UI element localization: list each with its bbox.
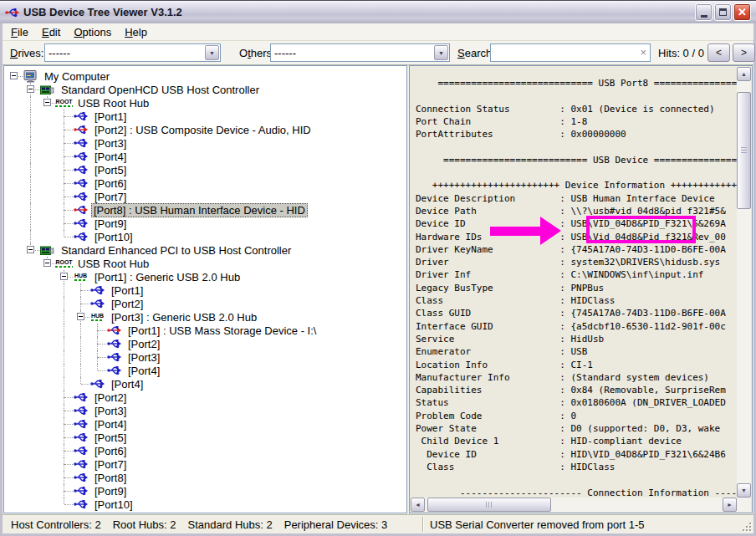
tree-row[interactable]: [Port2] — [6, 337, 406, 350]
next-hit-button[interactable]: > — [733, 43, 755, 62]
tree-row[interactable]: [Port1] — [6, 110, 406, 123]
menu-help[interactable]: Help — [118, 24, 154, 40]
tree-row[interactable]: [Port5] — [6, 431, 406, 444]
tree-row[interactable]: [Port10] — [6, 230, 406, 243]
tree-indent — [56, 337, 73, 350]
tree-row[interactable]: [Port4] — [6, 377, 406, 391]
tree-connector — [56, 150, 73, 163]
close-button[interactable]: ✕ — [733, 3, 751, 21]
scroll-down-icon[interactable]: ▼ — [737, 483, 751, 498]
menu-file[interactable]: File — [4, 24, 35, 40]
tree-row-label: [Port2] — [125, 337, 163, 351]
tree-row[interactable]: Standard OpenHCD USB Host Controller — [6, 83, 406, 96]
resize-grip[interactable] — [741, 521, 752, 532]
detail-line: Power State : D0 (supported: D0, D3, wak… — [416, 422, 737, 435]
status-counts: Host Controllers: 2Root Hubs: 2Standard … — [3, 518, 422, 531]
tree-row[interactable]: [Port2] — [6, 391, 406, 404]
detail-line: Service : HidUsb — [416, 333, 737, 345]
tree-row[interactable]: [Port10] — [6, 498, 406, 511]
port-icon — [73, 110, 89, 123]
tree-row[interactable]: [Port2] — [6, 297, 406, 310]
tree-row[interactable]: [Port3] — [6, 350, 406, 364]
tree-row[interactable]: [Port8] — [6, 471, 406, 484]
tree-row[interactable]: [Port7] — [6, 190, 406, 203]
tree-row-label: [Port4] — [91, 150, 130, 164]
port-icon — [106, 365, 122, 377]
scroll-right-icon[interactable]: ► — [723, 498, 737, 512]
tree-row-label: [Port5] — [91, 163, 130, 177]
tree-row[interactable]: [Port6] — [6, 444, 406, 457]
tree-indent — [6, 471, 23, 484]
expander-icon[interactable] — [60, 273, 68, 280]
tree-indent — [56, 324, 73, 337]
clear-icon[interactable]: × — [640, 46, 646, 59]
tree-indent — [23, 270, 39, 283]
detail-line: Legacy BusType : PNPBus — [416, 282, 737, 294]
search-box[interactable]: × — [490, 43, 651, 62]
vertical-scrollbar[interactable]: ▲ ▼ — [737, 67, 751, 498]
tree-row[interactable]: [Port9] — [6, 484, 406, 498]
tree-row[interactable]: HUB[Port3] : Generic USB 2.0 Hub — [6, 310, 406, 324]
expander-icon[interactable] — [27, 246, 34, 253]
drives-combo[interactable]: ------ ▼ — [44, 43, 221, 62]
vertical-scroll-thumb[interactable] — [737, 92, 751, 209]
tree-row[interactable]: [Port7] — [6, 457, 406, 471]
tree-row[interactable]: [Port5] — [6, 163, 406, 176]
detail-line: Driver KeyName : {745A17A0-74D3-11D0-B6F… — [416, 243, 737, 256]
expander-icon[interactable] — [27, 85, 34, 93]
tree-row-label: [Port10] — [91, 498, 136, 512]
tree-row[interactable]: ROOTUSB Root Hub — [6, 257, 406, 270]
tree-row[interactable]: [Port4] — [6, 150, 406, 163]
port-icon — [73, 418, 89, 431]
expander-icon[interactable] — [43, 259, 51, 267]
port-icon — [89, 378, 105, 391]
tree-indent — [6, 457, 23, 471]
others-combo[interactable]: ------ ▼ — [270, 43, 450, 62]
tree-row[interactable]: [Port3] — [6, 136, 406, 150]
tree-indent — [6, 324, 23, 337]
tree-row[interactable]: [Port3] — [6, 404, 406, 417]
menu-options[interactable]: Options — [67, 24, 118, 40]
scroll-up-icon[interactable]: ▲ — [737, 67, 751, 81]
prev-hit-button[interactable]: < — [707, 43, 730, 62]
tree-row[interactable]: ROOTUSB Root Hub — [6, 96, 406, 110]
maximize-button[interactable] — [714, 3, 732, 21]
tree-row-label: [Port1] : USB Mass Storage Device - I:\ — [125, 324, 319, 338]
tree-row[interactable]: HUB[Port1] : Generic USB 2.0 Hub — [6, 270, 406, 283]
horizontal-scroll-thumb[interactable] — [427, 498, 551, 512]
tree-row[interactable]: [Port1] — [6, 283, 406, 297]
chevron-down-icon[interactable]: ▼ — [434, 45, 448, 60]
expander-icon[interactable] — [10, 72, 18, 79]
tree-connector — [89, 337, 106, 350]
tree-row[interactable]: Standard Enhanced PCI to USB Host Contro… — [6, 243, 406, 257]
minimize-button[interactable] — [695, 3, 713, 21]
tree-row[interactable]: [Port6] — [6, 176, 406, 190]
port-icon — [73, 498, 89, 511]
detail-line: PortAttributes : 0x00000000 — [416, 128, 737, 140]
tree-indent — [6, 230, 23, 243]
tree-connector — [73, 310, 89, 324]
expander-icon[interactable] — [77, 313, 84, 320]
menu-edit[interactable]: Edit — [35, 24, 67, 40]
tree-row[interactable]: [Port2] : USB Composite Device - Audio, … — [6, 123, 406, 136]
tree-row[interactable]: [Port8] : USB Human Interface Device - H… — [6, 203, 406, 217]
root-icon: ROOT — [56, 97, 72, 110]
tree-row[interactable]: [Port1] : USB Mass Storage Device - I:\ — [6, 324, 406, 337]
tree-row[interactable]: [Port9] — [6, 217, 406, 230]
chevron-down-icon[interactable]: ▼ — [205, 45, 219, 60]
tree-indent — [39, 123, 56, 136]
tree-row-label: [Port5] — [91, 431, 130, 445]
tree-row[interactable]: [Port4] — [6, 417, 406, 431]
detail-line — [416, 89, 737, 102]
horizontal-scrollbar[interactable]: ◄ ► — [411, 498, 737, 512]
tree-connector — [56, 217, 73, 230]
tree-connector — [56, 136, 73, 150]
tree-connector — [23, 243, 39, 257]
tree-row[interactable]: [Port4] — [6, 364, 406, 377]
highlight-box — [586, 216, 696, 243]
scroll-left-icon[interactable]: ◄ — [411, 498, 425, 512]
tree-row[interactable]: My Computer — [6, 69, 406, 83]
search-input[interactable] — [493, 45, 633, 60]
tree-indent — [23, 150, 39, 163]
expander-icon[interactable] — [43, 99, 51, 106]
